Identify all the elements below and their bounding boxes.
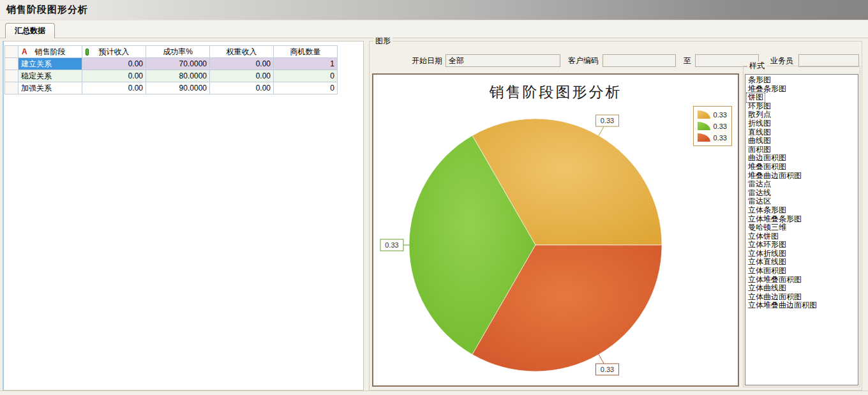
graph-group: 图形 开始日期 客户编码 至 业务员 0.330.330.33 销售阶段图形分析… bbox=[369, 41, 862, 391]
callout-value: 0.33 bbox=[601, 117, 614, 124]
style-option[interactable]: 立体曲边面积图 bbox=[747, 293, 803, 302]
cell-opportunity-count[interactable]: 0 bbox=[274, 82, 338, 94]
row-indicator-cell[interactable] bbox=[5, 70, 19, 82]
cell-weighted-income[interactable]: 0.00 bbox=[210, 70, 274, 82]
column-header-success-rate[interactable]: 成功率% bbox=[146, 46, 210, 58]
graph-group-caption: 图形 bbox=[373, 36, 393, 45]
table-row[interactable]: 建立关系0.0070.00000.001 bbox=[5, 58, 338, 70]
stage-table: A 销售阶段 预计收入 成功率% 权重收入 商机数量 建立关系0.0070.00… bbox=[4, 45, 338, 94]
style-option[interactable]: 条形图 bbox=[747, 76, 772, 85]
style-option[interactable]: 堆叠条形图 bbox=[747, 85, 788, 94]
style-option[interactable]: 堆叠曲边面积图 bbox=[747, 172, 803, 181]
style-option[interactable]: 立体条形图 bbox=[747, 206, 788, 215]
cell-expected-income[interactable]: 0.00 bbox=[82, 70, 146, 82]
style-option[interactable]: 立体饼图 bbox=[747, 232, 780, 241]
legend-swatch-icon bbox=[698, 122, 710, 130]
chart-box: 0.330.330.33 销售阶段图形分析 0.330.330.33 bbox=[372, 73, 739, 387]
style-option[interactable]: 立体环形图 bbox=[747, 241, 788, 250]
legend-entry: 0.33 bbox=[698, 133, 727, 142]
legend-value: 0.33 bbox=[714, 111, 727, 119]
style-option[interactable]: 立体折线图 bbox=[747, 250, 788, 258]
style-option[interactable]: 曲线图 bbox=[747, 137, 772, 145]
style-option[interactable]: 立体面积图 bbox=[747, 267, 788, 276]
cell-weighted-income[interactable]: 0.00 bbox=[210, 82, 274, 94]
cell-expected-income[interactable]: 0.00 bbox=[82, 82, 146, 94]
cell-success-rate[interactable]: 80.0000 bbox=[146, 70, 210, 82]
cell-success-rate[interactable]: 70.0000 bbox=[146, 58, 210, 70]
chart-title: 销售阶段图形分析 bbox=[373, 82, 738, 102]
salesman-input[interactable] bbox=[798, 54, 859, 67]
cell-success-rate[interactable]: 90.0000 bbox=[146, 82, 210, 94]
legend-value: 0.33 bbox=[714, 134, 727, 142]
style-option[interactable]: 环形图 bbox=[747, 102, 772, 111]
filter-bar-icon bbox=[86, 48, 89, 56]
chart-legend: 0.330.330.33 bbox=[693, 106, 732, 146]
style-option[interactable]: 饼图 bbox=[747, 93, 765, 102]
stage-table-body: 建立关系0.0070.00000.001稳定关系0.0080.00000.000… bbox=[5, 58, 338, 94]
column-header-opportunity-count[interactable]: 商机数量 bbox=[274, 46, 338, 58]
table-row[interactable]: 稳定关系0.0080.00000.000 bbox=[5, 70, 338, 82]
style-option[interactable]: 直线图 bbox=[747, 128, 772, 137]
legend-value: 0.33 bbox=[714, 123, 727, 130]
table-header-row: A 销售阶段 预计收入 成功率% 权重收入 商机数量 bbox=[5, 46, 338, 58]
style-option[interactable]: 折线图 bbox=[747, 119, 772, 128]
stage-table-panel: A 销售阶段 预计收入 成功率% 权重收入 商机数量 建立关系0.0070.00… bbox=[3, 41, 364, 391]
customer-code-input[interactable] bbox=[602, 54, 676, 67]
callout-value: 0.33 bbox=[601, 366, 614, 373]
callout-value: 0.33 bbox=[385, 241, 398, 249]
style-listbox[interactable]: 条形图堆叠条形图饼图环形图散列点折线图直线图曲线图面积图曲边面积图堆叠面积图堆叠… bbox=[745, 74, 858, 385]
style-option[interactable]: 立体堆叠面积图 bbox=[747, 276, 803, 285]
style-option[interactable]: 面积图 bbox=[747, 145, 772, 154]
main-area: A 销售阶段 预计收入 成功率% 权重收入 商机数量 建立关系0.0070.00… bbox=[0, 39, 868, 391]
style-group: 样式 条形图堆叠条形图饼图环形图散列点折线图直线图曲线图面积图曲边面积图堆叠面积… bbox=[743, 66, 860, 387]
cell-weighted-income[interactable]: 0.00 bbox=[210, 58, 274, 70]
row-indicator-cell[interactable] bbox=[5, 82, 19, 94]
style-option[interactable]: 曼哈顿三维 bbox=[747, 223, 788, 232]
tab-label: 汇总数据 bbox=[15, 26, 45, 36]
pie-svg: 0.330.330.33 bbox=[373, 75, 738, 385]
customer-code-label: 客户编码 bbox=[568, 56, 599, 66]
cell-expected-income[interactable]: 0.00 bbox=[82, 58, 146, 70]
cell-stage[interactable]: 加强关系 bbox=[19, 82, 82, 94]
style-option[interactable]: 立体堆叠曲边面积图 bbox=[747, 301, 818, 310]
start-date-label: 开始日期 bbox=[412, 56, 442, 66]
style-option[interactable]: 雷达线 bbox=[747, 189, 772, 198]
cell-opportunity-count[interactable]: 0 bbox=[274, 70, 338, 82]
row-indicator-header bbox=[5, 46, 19, 58]
legend-swatch-icon bbox=[698, 133, 710, 142]
legend-swatch-icon bbox=[698, 110, 710, 119]
style-option[interactable]: 立体堆叠条形图 bbox=[747, 215, 803, 224]
style-option[interactable]: 雷达点 bbox=[747, 180, 772, 189]
salesman-label: 业务员 bbox=[770, 56, 793, 66]
style-option[interactable]: 堆叠面积图 bbox=[747, 163, 788, 172]
bottom-strip bbox=[0, 391, 868, 395]
style-group-caption: 样式 bbox=[747, 61, 767, 70]
row-indicator-cell[interactable] bbox=[5, 58, 19, 70]
style-option[interactable]: 立体曲线图 bbox=[747, 284, 788, 293]
cell-stage[interactable]: 稳定关系 bbox=[19, 70, 82, 82]
cell-stage[interactable]: 建立关系 bbox=[19, 58, 82, 70]
window-title: 销售阶段图形分析 bbox=[6, 4, 88, 16]
to-label: 至 bbox=[684, 56, 691, 66]
legend-entry: 0.33 bbox=[698, 121, 727, 131]
column-header-expected-income[interactable]: 预计收入 bbox=[82, 46, 146, 58]
legend-entry: 0.33 bbox=[698, 110, 727, 119]
column-header-weighted-income[interactable]: 权重收入 bbox=[210, 46, 274, 58]
window-titlebar: 销售阶段图形分析 bbox=[0, 0, 868, 20]
style-option[interactable]: 立体直线图 bbox=[747, 258, 788, 267]
sort-a-icon: A bbox=[22, 47, 27, 56]
cell-opportunity-count[interactable]: 1 bbox=[274, 58, 338, 70]
column-header-stage[interactable]: A 销售阶段 bbox=[19, 46, 82, 58]
start-date-input[interactable] bbox=[445, 54, 560, 67]
table-row[interactable]: 加强关系0.0090.00000.000 bbox=[5, 82, 338, 94]
style-option[interactable]: 散列点 bbox=[747, 110, 772, 119]
tab-strip: 汇总数据 bbox=[0, 20, 868, 38]
style-option[interactable]: 雷达区 bbox=[747, 197, 772, 206]
style-option[interactable]: 曲边面积图 bbox=[747, 154, 788, 163]
tab-summary-data[interactable]: 汇总数据 bbox=[5, 23, 55, 38]
